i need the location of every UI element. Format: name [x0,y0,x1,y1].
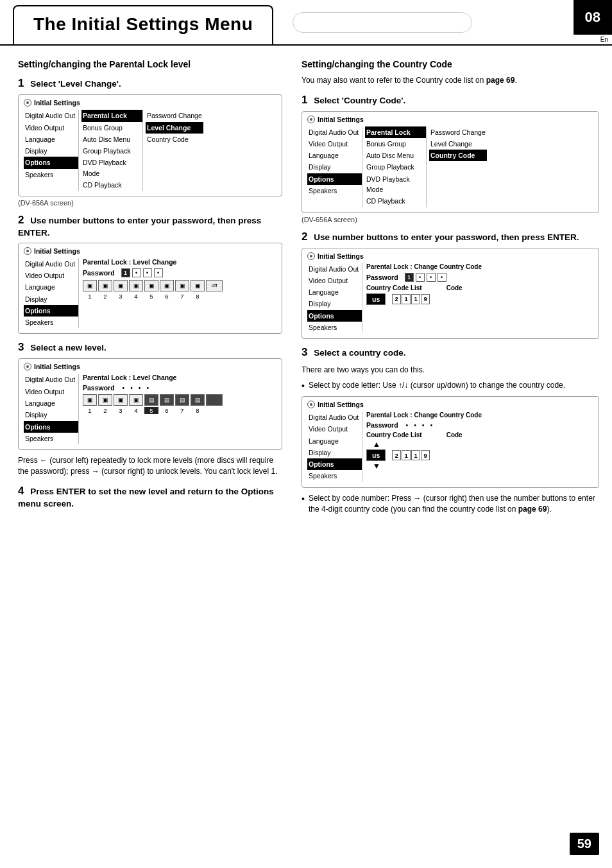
right-step1-num: 1 [302,94,307,106]
screen1-mid-col: Parental Lock Bonus Group Auto Disc Menu… [78,110,142,191]
right-intro: You may also want to refer to the Countr… [302,75,599,86]
step4-heading: 4 Press ENTER to set the new level and r… [18,484,282,510]
right-screen1-right-col: Password Change Level Change Country Cod… [426,126,487,207]
num-btn3-off[interactable] [206,394,223,406]
step3-num: 3 [18,341,24,353]
screen1-title-bar: Initial Settings [24,99,276,107]
num-btn3-4[interactable]: ▣ [129,394,143,406]
screen1-left-col: Digital Audio Out Video Output Language … [24,110,78,191]
disc-icon-r2 [307,252,315,260]
num-btn-3[interactable]: ▣ [114,280,128,291]
num-btn-6[interactable]: ▣ [160,280,174,291]
num-btn3-5[interactable]: ▤ [144,394,158,406]
right-password-row: Password 1 • • • [366,273,593,282]
num-btn-8[interactable]: ▣ [191,280,205,291]
header-oval [293,12,472,33]
password-label3: Password [83,384,115,392]
page-number-badge: 08 [574,0,612,35]
num-btn-2[interactable]: ▣ [98,280,112,291]
right-step2-num: 2 [302,230,307,243]
pw-digit-2: • [132,268,141,277]
num-btn3-3[interactable]: ▣ [114,394,128,406]
step1-heading: 1 Select 'Level Change'. [18,76,282,91]
num-labels-row: 1 2 3 4 5 6 7 8 [83,293,276,300]
disc-icon3 [24,363,31,370]
right-pw-digit-4: • [438,273,446,282]
pw-digit-4: • [154,268,163,277]
screen2-left-col: Digital Audio Out Video Output Language … [24,258,78,329]
bullet-dot-1: • [302,379,305,392]
bullet2-text: Select by code number: Press → (cursor r… [309,493,599,516]
num-btn3-7[interactable]: ▤ [175,394,189,406]
right-screen1-title-bar: Initial Settings [307,116,593,123]
num-btn-5[interactable]: ▣ [144,280,158,291]
screen2-heading: Parental Lock : Level Change [83,258,276,266]
password-dots3: • • • • [123,384,151,392]
bullet1-item: • Select by code letter: Use ↑/↓ (cursor… [302,380,599,392]
num-labels-row3: 1 2 3 4 5 6 7 8 [83,407,276,414]
page-sub-label: En [600,35,612,44]
page-title: The Initial Settings Menu [33,14,253,35]
right-screen1-caption: (DV-656A screen) [302,216,599,223]
right-cc-labels3: Country Code List Code [366,431,593,438]
password-row: Password 1 • • • [83,268,276,277]
right-screen2-right-panel: Parental Lock : Change Country Code Pass… [362,263,593,334]
main-content: Setting/changing the Parental Lock level… [0,52,612,519]
num-btn3-2[interactable]: ▣ [98,394,112,406]
disc-icon2 [24,247,31,255]
right-screen1-inner: Digital Audio Out Video Output Language … [307,126,593,207]
num-btn3-6[interactable]: ▤ [160,394,174,406]
num-btn-off[interactable]: off [206,280,223,291]
left-column: Setting/changing the Parental Lock level… [0,58,295,519]
step1-num: 1 [18,77,24,89]
pw-digit-3: • [143,268,152,277]
screen3-right: Initial Settings Digital Audio Out Video… [302,396,599,488]
screen3-title-bar: Initial Settings [24,363,276,370]
screen2-left: Initial Settings Digital Audio Out Video… [18,243,282,334]
right-pw-digit-1: 1 [405,273,414,282]
right-password-dots3: • • • • [406,421,434,429]
right-country-value: us [366,293,386,305]
num-btn3-8[interactable]: ▤ [191,394,205,406]
screen1-caption: (DV-656A screen) [18,199,282,207]
password-dots: 1 • • • [121,268,163,277]
num-icons-row3: ▣ ▣ ▣ ▣ ▤ ▤ ▤ ▤ [83,394,276,406]
num-icons-row: ▣ ▣ ▣ ▣ ▣ ▣ ▣ ▣ off [83,280,276,291]
screen3-heading: Parental Lock : Level Change [83,374,276,381]
right-cc-values3: us 2 1 1 9 [366,449,593,461]
screen3-inner: Digital Audio Out Video Output Language … [24,374,276,444]
bullet-dot-2: • [302,492,305,505]
right-password-label3: Password [366,421,398,429]
right-section-heading: Setting/changing the Country Code [302,58,599,70]
arrow-down-icon: ▼ [366,462,593,471]
pw-digit-1: 1 [121,268,130,277]
screen1-inner: Digital Audio Out Video Output Language … [24,110,276,191]
right-pw-digit-3: • [427,273,436,282]
screen1-right-col: Password Change Level Change Country Cod… [142,110,203,191]
right-screen2-inner: Digital Audio Out Video Output Language … [307,263,593,334]
right-column: Setting/changing the Country Code You ma… [295,58,612,519]
disc-icon [24,99,31,107]
step3-intro: There are two ways you can do this. [302,365,599,376]
arrow-up-icon: ▲ [366,440,593,449]
right-step3-num: 3 [302,346,307,358]
password-row3: Password • • • • [83,384,276,392]
num-btn-7[interactable]: ▣ [175,280,189,291]
screen1-right: Initial Settings Digital Audio Out Video… [302,111,599,213]
screen2-right-panel: Parental Lock : Level Change Password 1 … [78,258,276,329]
num-btn-4[interactable]: ▣ [129,280,143,291]
left-section-heading: Setting/changing the Parental Lock level [18,58,282,70]
right-password-row3: Password • • • • [366,421,593,429]
right-screen3-inner: Digital Audio Out Video Output Language … [307,412,593,482]
num-btn3-1[interactable]: ▣ [83,394,97,406]
header-right [273,0,573,44]
num-btn-1[interactable]: ▣ [83,280,97,291]
body-text-left: Press ← (cursor left) repeatedly to lock… [18,455,282,478]
disc-icon-r1 [307,116,315,123]
bullet1-text: Select by code letter: Use ↑/↓ (cursor u… [309,380,565,391]
right-screen2-left-col: Digital Audio Out Video Output Language … [307,263,362,334]
step3-heading: 3 Select a new level. [18,340,282,354]
right-screen1-left-col: Digital Audio Out Video Output Language … [307,126,362,207]
page-number-bottom: 59 [570,833,599,855]
right-screen3-heading: Parental Lock : Change Country Code [366,412,593,419]
